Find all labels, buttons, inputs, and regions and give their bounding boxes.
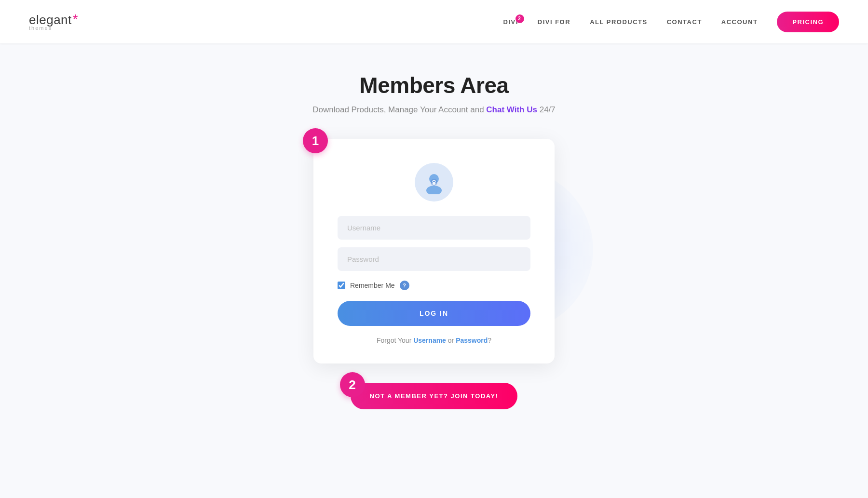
logo-name: elegant	[29, 13, 72, 26]
forgot-username-link[interactable]: Username	[413, 336, 446, 344]
logo-asterisk: *	[73, 13, 78, 26]
step-1-badge: 1	[303, 128, 328, 153]
login-card: Remember Me ? LOG IN Forgot Your Usernam…	[313, 139, 555, 363]
nav-item-all-products[interactable]: ALL PRODUCTS	[590, 18, 648, 26]
main-nav: DIVI 2 DIVI FOR ALL PRODUCTS CONTACT ACC…	[503, 12, 839, 32]
page-subtitle: Download Products, Manage Your Account a…	[312, 105, 556, 115]
header: elegant * themes DIVI 2 DIVI FOR ALL PRO…	[0, 0, 868, 43]
remember-row: Remember Me ?	[338, 281, 530, 290]
remember-label: Remember Me	[350, 282, 395, 289]
login-card-wrapper: 1 Remember Me	[313, 139, 555, 363]
svg-rect-3	[433, 182, 435, 185]
remember-checkbox[interactable]	[338, 282, 345, 289]
nav-item-account[interactable]: ACCOUNT	[721, 18, 758, 26]
username-input[interactable]	[338, 216, 530, 240]
join-button[interactable]: NOT A MEMBER YET? JOIN TODAY!	[351, 383, 518, 409]
nav-item-divi[interactable]: DIVI 2	[503, 18, 518, 26]
chat-link[interactable]: Chat With Us	[486, 105, 537, 114]
nav-item-contact[interactable]: CONTACT	[667, 18, 702, 26]
avatar	[415, 163, 453, 202]
forgot-password-link[interactable]: Password	[456, 336, 488, 344]
pricing-button[interactable]: PRICING	[777, 12, 839, 32]
svg-point-1	[426, 186, 442, 194]
password-input[interactable]	[338, 247, 530, 271]
page-title: Members Area	[359, 72, 508, 98]
user-icon	[422, 170, 446, 194]
nav-badge-divi: 2	[515, 14, 524, 23]
nav-item-divi-for[interactable]: DIVI FOR	[538, 18, 570, 26]
step-2-badge: 2	[340, 372, 365, 397]
help-icon[interactable]: ?	[400, 281, 409, 290]
main-content: Members Area Download Products, Manage Y…	[0, 43, 868, 409]
login-button[interactable]: LOG IN	[338, 301, 530, 326]
logo[interactable]: elegant * themes	[29, 13, 78, 31]
join-wrapper: 2 NOT A MEMBER YET? JOIN TODAY!	[351, 383, 518, 409]
forgot-row: Forgot Your Username or Password?	[338, 336, 530, 344]
avatar-wrap	[338, 163, 530, 202]
logo-sub: themes	[29, 25, 52, 31]
